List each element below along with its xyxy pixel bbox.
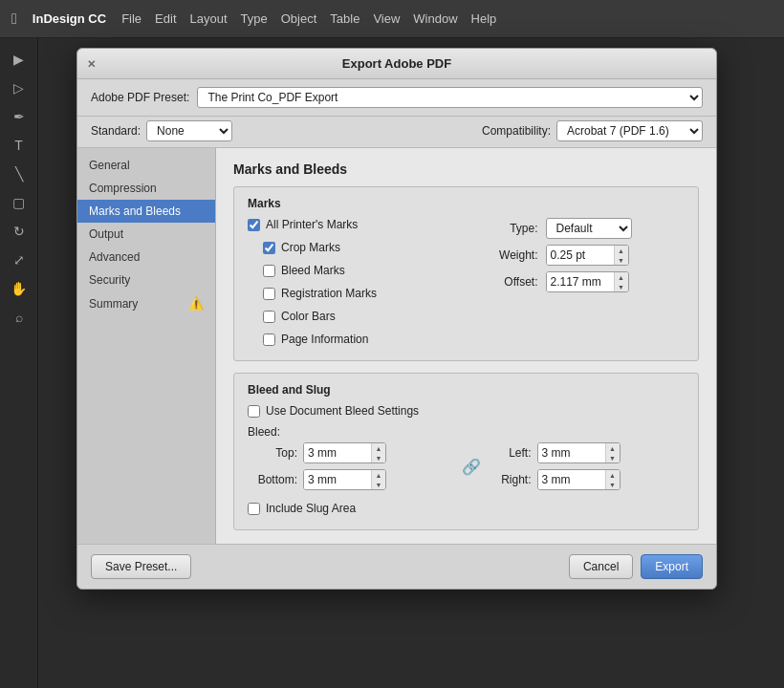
bleed-top-label: Top: <box>257 446 297 460</box>
crop-marks-checkbox[interactable] <box>263 242 275 254</box>
tool-scale[interactable]: ⤢ <box>5 247 33 273</box>
menu-help[interactable]: Help <box>471 11 497 26</box>
all-printers-marks-row: All Printer's Marks <box>248 218 467 231</box>
bleed-right-row: Right: ▲ ▼ <box>491 469 686 490</box>
standard-select[interactable]: None <box>146 120 232 141</box>
save-preset-button[interactable]: Save Preset... <box>91 554 191 579</box>
tool-line[interactable]: ╲ <box>5 161 33 187</box>
registration-marks-label[interactable]: Registration Marks <box>281 287 377 300</box>
sidebar-item-general[interactable]: General <box>77 154 215 177</box>
menu-layout[interactable]: Layout <box>190 11 228 26</box>
bleed-bottom-up[interactable]: ▲ <box>372 470 385 480</box>
bleed-label: Bleed: <box>248 425 280 439</box>
bleed-top-input[interactable] <box>304 443 371 462</box>
bleed-right-down[interactable]: ▼ <box>606 480 620 489</box>
bleed-marks-checkbox[interactable] <box>263 265 275 277</box>
menu-view[interactable]: View <box>373 11 400 26</box>
offset-up-button[interactable]: ▲ <box>615 272 628 282</box>
bleed-left-up[interactable]: ▲ <box>606 443 620 453</box>
standard-label: Standard: <box>91 124 141 138</box>
include-slug-label[interactable]: Include Slug Area <box>266 502 356 515</box>
use-doc-bleed-checkbox[interactable] <box>248 405 260 418</box>
compat-select[interactable]: Acrobat 7 (PDF 1.6) <box>556 120 703 141</box>
include-slug-checkbox[interactable] <box>248 503 260 515</box>
sidebar-item-advanced[interactable]: Advanced <box>77 246 215 269</box>
color-bars-checkbox[interactable] <box>263 311 275 323</box>
type-select[interactable]: Default <box>546 218 632 239</box>
menu-window[interactable]: Window <box>413 11 457 26</box>
menu-file[interactable]: File <box>121 11 142 26</box>
menu-type[interactable]: Type <box>241 11 268 26</box>
offset-input[interactable] <box>547 272 614 291</box>
weight-input[interactable] <box>547 246 614 265</box>
dialog-title: Export Adobe PDF <box>342 56 451 71</box>
bleed-marks-label[interactable]: Bleed Marks <box>281 264 345 277</box>
tool-hand[interactable]: ✋ <box>5 275 33 302</box>
app-name[interactable]: InDesign CC <box>33 11 106 26</box>
marks-options: Type: Default Weight: ▲ ▼ <box>467 218 686 351</box>
sidebar-item-summary[interactable]: Summary ⚠️ <box>77 291 215 315</box>
dialog-body: General Compression Marks and Bleeds Out… <box>77 148 716 544</box>
type-label: Type: <box>486 222 538 235</box>
summary-warning-icon: ⚠️ <box>188 296 204 311</box>
registration-marks-checkbox[interactable] <box>263 288 275 300</box>
marks-section-title: Marks <box>248 197 685 210</box>
weight-down-button[interactable]: ▼ <box>615 255 628 265</box>
bleed-link-icon[interactable]: 🔗 <box>457 458 486 476</box>
preset-row: Adobe PDF Preset: The Print Co_PDF Expor… <box>77 79 716 117</box>
bleed-left-label: Left: <box>491 446 532 460</box>
bleed-fields: Top: ▲ ▼ 🔗 Left: <box>257 442 685 490</box>
crop-marks-label[interactable]: Crop Marks <box>281 241 340 254</box>
tool-text[interactable]: T <box>5 132 33 159</box>
menu-table[interactable]: Table <box>330 11 359 26</box>
tool-pen[interactable]: ✒ <box>5 103 33 130</box>
bleed-bottom-down[interactable]: ▼ <box>372 480 385 489</box>
page-information-checkbox[interactable] <box>263 333 275 346</box>
color-bars-row: Color Bars <box>248 310 467 323</box>
bleed-right-label: Right: <box>491 473 532 486</box>
tool-selection[interactable]: ▶ <box>5 46 33 73</box>
export-button[interactable]: Export <box>641 554 703 579</box>
weight-up-button[interactable]: ▲ <box>615 246 628 255</box>
preset-label: Adobe PDF Preset: <box>91 91 189 104</box>
tool-direct[interactable]: ▷ <box>5 75 33 101</box>
tool-rotate[interactable]: ↻ <box>5 218 33 245</box>
bleed-left-down[interactable]: ▼ <box>606 453 620 462</box>
bleed-section-title: Bleed and Slug <box>248 383 685 397</box>
bleed-right-input[interactable] <box>538 470 605 489</box>
marks-section: Marks All Printer's Marks Crop Marks <box>233 186 699 361</box>
sidebar-item-compression[interactable]: Compression <box>77 177 215 200</box>
cancel-button[interactable]: Cancel <box>569 554 633 579</box>
bleed-right-up[interactable]: ▲ <box>606 470 620 480</box>
bleed-left-row: Left: ▲ ▼ <box>491 442 686 463</box>
bleed-bottom-input[interactable] <box>304 470 371 489</box>
bleed-top-row: Top: ▲ ▼ <box>257 442 451 463</box>
tool-zoom[interactable]: ⌕ <box>5 304 33 331</box>
bleed-top-up[interactable]: ▲ <box>372 443 385 453</box>
use-doc-bleed-label[interactable]: Use Document Bleed Settings <box>266 404 419 418</box>
offset-field-row: Offset: ▲ ▼ <box>486 271 686 292</box>
bleed-top-down[interactable]: ▼ <box>372 453 385 462</box>
all-printers-marks-checkbox[interactable] <box>248 219 260 231</box>
menu-bar: File Edit Layout Type Object Table View … <box>121 11 496 26</box>
all-printers-marks-label[interactable]: All Printer's Marks <box>266 218 358 231</box>
preset-select[interactable]: The Print Co_PDF Export <box>197 87 703 108</box>
sidebar-item-marks-and-bleeds[interactable]: Marks and Bleeds <box>77 200 215 223</box>
apple-menu[interactable]:  <box>11 11 17 28</box>
bleed-right-spinner: ▲ ▼ <box>537 469 621 490</box>
compat-label: Compatibility: <box>482 124 551 138</box>
page-information-label[interactable]: Page Information <box>281 333 368 346</box>
app-toolbar: ▶ ▷ ✒ T ╲ ▢ ↻ ⤢ ✋ ⌕ <box>0 38 38 688</box>
bleed-left-input[interactable] <box>538 443 605 462</box>
crop-marks-row: Crop Marks <box>248 241 467 254</box>
menu-object[interactable]: Object <box>281 11 317 26</box>
color-bars-label[interactable]: Color Bars <box>281 310 336 323</box>
settings-sidebar: General Compression Marks and Bleeds Out… <box>77 148 216 544</box>
offset-down-button[interactable]: ▼ <box>615 282 628 291</box>
menu-edit[interactable]: Edit <box>155 11 176 26</box>
weight-label: Weight: <box>486 248 538 262</box>
sidebar-item-output[interactable]: Output <box>77 223 215 246</box>
sidebar-item-security[interactable]: Security <box>77 269 215 291</box>
dialog-close-button[interactable]: ✕ <box>87 57 96 70</box>
tool-frame[interactable]: ▢ <box>5 189 33 216</box>
